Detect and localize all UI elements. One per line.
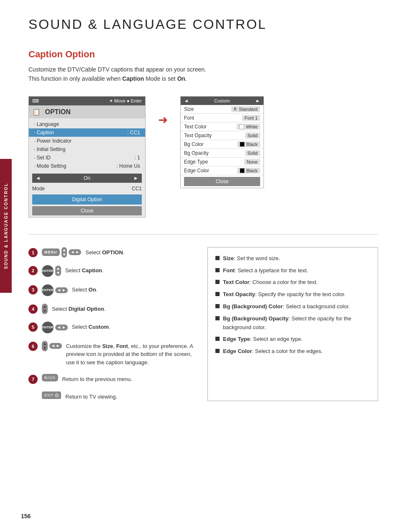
option-menu-move: ✦ Move ● Enter	[109, 98, 142, 104]
step-5-badge: 5	[28, 322, 38, 332]
step-7-text: Return to the previous menu.	[62, 374, 133, 384]
bullet-edge-color: Edge Color: Select a color for the edges…	[215, 347, 370, 356]
option-title-icon: 📋	[32, 108, 41, 115]
nav-updown-1: ▲ ▼	[61, 247, 67, 258]
step-4-text: Select Digital Option.	[52, 304, 106, 313]
custom-row-font: Font Font 1	[181, 114, 263, 123]
step-5-buttons: ENTER ◄ ►	[42, 322, 68, 333]
step-1-buttons: MENU ▲ ▼ ◄ ►	[42, 247, 81, 258]
step-3-badge: 3	[28, 285, 38, 294]
step-4-buttons: ▲ ▼	[42, 304, 48, 314]
step-6: 6 ▲ ▼ ◄ ► Customize the Size, Font, etc.…	[28, 341, 199, 367]
bullet-square-edge-color	[215, 349, 220, 353]
step-1-text: Select OPTION.	[85, 247, 124, 257]
close-btn-option[interactable]: Close	[32, 206, 142, 215]
nav-lr-3: ◄ ►	[55, 287, 68, 293]
option-item-initial: · Initial Setting	[29, 145, 145, 153]
desc-line2: This function in only available when Cap…	[28, 74, 378, 83]
step-2-badge: 2	[28, 266, 38, 275]
steps-grid: 1 MENU ▲ ▼ ◄ ► Select OPTION. 2	[28, 247, 378, 401]
desc-mode-text: Mode is set	[146, 75, 176, 82]
bullet-square-edge-type	[215, 337, 220, 341]
close-btn-custom[interactable]: Close	[184, 177, 260, 186]
step-3-text: Select On.	[72, 284, 97, 294]
option-item-language: · Language	[29, 120, 145, 128]
step-7-badge: 7	[28, 375, 38, 384]
custom-row-edge-color: Edge Color Black	[181, 166, 263, 175]
step-8: EXIT ⏻ Return to TV viewing.	[28, 391, 199, 401]
bullet-text-opacity: Text Opacity: Specify the opacity for th…	[215, 290, 370, 299]
step-3-buttons: ENTER ◄ ►	[42, 284, 68, 296]
screenshots-row: ⌨ ✦ Move ● Enter 📋 OPTION · Language · C…	[28, 96, 378, 217]
enter-button-3[interactable]: ENTER	[42, 284, 54, 296]
custom-panel-title: Custom	[214, 98, 230, 103]
custom-row-bg-color: Bg Color Black	[181, 140, 263, 149]
step-6-badge: 6	[28, 342, 38, 351]
desc-line1: Customize the DTV/Cable DTV captions tha…	[28, 65, 378, 74]
digital-option-btn[interactable]: Digital Option	[32, 194, 142, 205]
step-2-text: Select Caption.	[65, 265, 104, 275]
custom-row-text-color: Text Color White	[181, 123, 263, 131]
option-item-power: · Power Indicator	[29, 137, 145, 145]
step-6-text: Customize the Size, Font, etc., to your …	[66, 341, 199, 367]
option-menu-title: 📋 OPTION	[29, 105, 145, 118]
step-5-text: Select Custom.	[72, 322, 110, 331]
section-heading: Caption Option	[28, 49, 378, 60]
custom-row-text-opacity: Text Opacity Solid	[181, 131, 263, 140]
bullets-panel: Size: Set the word size. Font: Select a …	[207, 247, 378, 401]
bullet-text-color: Text Color: Choose a color for the text.	[215, 278, 370, 287]
side-tab: SOUND & LANGUAGE CONTROL	[0, 159, 12, 293]
step-7-buttons: BACK	[42, 374, 58, 381]
bullet-square-font	[215, 268, 220, 272]
enter-button-2[interactable]: ENTER	[42, 265, 54, 277]
step-5: 5 ENTER ◄ ► Select Custom.	[28, 322, 199, 333]
desc-end: .	[185, 75, 187, 82]
bullet-square-bg-opacity	[215, 316, 220, 320]
option-menu-icon: ⌨	[32, 98, 39, 104]
page-number: 156	[21, 513, 31, 519]
option-menu-items: · Language · Caption : CC1 · Power Indic…	[29, 118, 145, 172]
bg-color-swatch	[240, 142, 245, 147]
nav-lr-5: ◄ ►	[55, 325, 68, 330]
on-control: ◄ On ►	[32, 174, 142, 183]
step-4: 4 ▲ ▼ Select Digital Option.	[28, 304, 199, 314]
custom-panel: ◄ Custom ► Size AStandard Font Font 1 Te…	[180, 96, 264, 188]
option-item-setid: · Set ID : 1	[29, 153, 145, 162]
step-8-buttons: EXIT ⏻	[42, 391, 61, 399]
arrow-right: ➜	[158, 96, 168, 127]
custom-panel-header: ◄ Custom ►	[181, 97, 263, 105]
step-2-buttons: ENTER ▲ ▼	[42, 265, 61, 277]
enter-button-5[interactable]: ENTER	[42, 322, 54, 333]
edge-color-swatch	[240, 168, 245, 173]
desc-caption-bold: Caption	[122, 75, 144, 82]
bullet-edge-type: Edge Type: Select an edge type.	[215, 335, 370, 344]
bullet-square-text-color	[215, 280, 220, 284]
option-item-mode: · Mode Setting : Home Us	[29, 162, 145, 170]
exit-button[interactable]: EXIT ⏻	[42, 391, 61, 399]
back-button[interactable]: BACK	[42, 374, 58, 381]
option-item-caption: · Caption : CC1	[29, 128, 145, 137]
bullet-square-bg-color	[215, 304, 220, 308]
bullet-square-text-opacity	[215, 292, 220, 296]
description: Customize the DTV/Cable DTV captions tha…	[28, 65, 378, 84]
bullet-font: Font: Select a typeface for the text.	[215, 266, 370, 275]
nav-lr-6: ◄ ►	[49, 343, 62, 349]
custom-row-size: Size AStandard	[181, 105, 263, 114]
custom-row-edge-type: Edge Type None	[181, 158, 263, 166]
step-6-buttons: ▲ ▼ ◄ ►	[42, 341, 62, 351]
step-1-badge: 1	[28, 248, 38, 257]
step-2: 2 ENTER ▲ ▼ Select Caption.	[28, 265, 199, 277]
side-tab-label: SOUND & LANGUAGE CONTROL	[4, 183, 8, 269]
bullet-square-size	[215, 256, 220, 260]
text-color-swatch	[239, 124, 244, 129]
bullet-size: Size: Set the word size.	[215, 254, 370, 263]
menu-button[interactable]: MENU	[42, 248, 60, 256]
step-4-badge: 4	[28, 304, 38, 314]
divider	[28, 234, 378, 235]
nav-updown-4: ▲ ▼	[42, 304, 48, 314]
nav-updown-2: ▲ ▼	[55, 266, 61, 276]
custom-row-bg-opacity: Bg Opacity Solid	[181, 149, 263, 158]
page-title: SOUND & LANGUAGE CONTROL	[28, 17, 378, 32]
steps-left: 1 MENU ▲ ▼ ◄ ► Select OPTION. 2	[28, 247, 199, 401]
step-1: 1 MENU ▲ ▼ ◄ ► Select OPTION.	[28, 247, 199, 258]
